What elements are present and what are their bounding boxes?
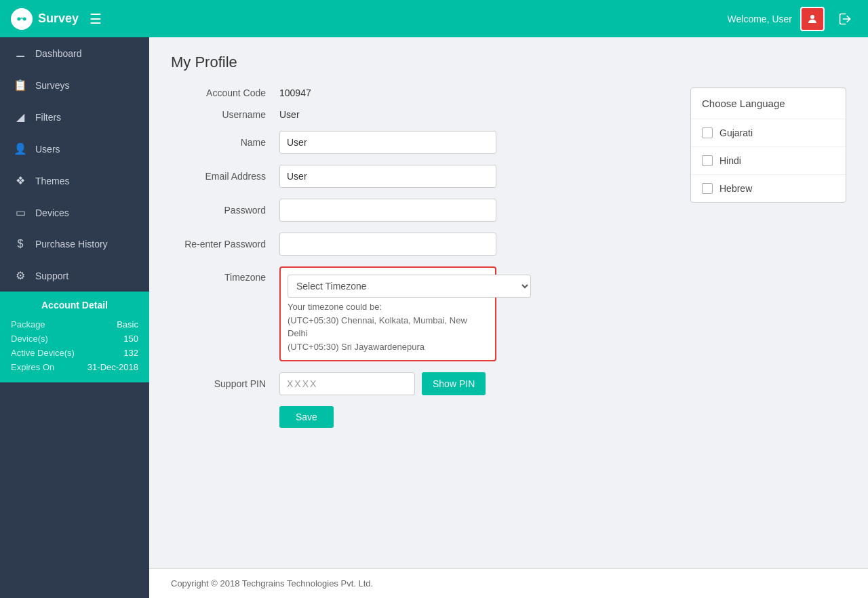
account-detail-row-package: Package Basic (11, 317, 138, 332)
sidebar-item-filters[interactable]: ◢ Filters (0, 101, 149, 133)
hamburger-icon[interactable]: ☰ (90, 11, 102, 27)
language-option-gujarati[interactable]: Gujarati (691, 119, 846, 147)
filters-icon: ◢ (14, 111, 27, 123)
timezone-select[interactable]: Select Timezone (UTC+05:30) Chennai, Kol… (288, 275, 531, 298)
hebrew-label: Hebrew (719, 183, 752, 194)
header-right: Welcome, User (728, 7, 857, 31)
account-code-label: Account Code (171, 87, 279, 98)
account-detail-row-active-devices: Active Device(s) 132 (11, 346, 138, 360)
profile-button[interactable] (800, 7, 825, 31)
email-row: Email Address (171, 165, 674, 188)
save-row: Save (171, 406, 674, 428)
name-row: Name (171, 131, 674, 154)
sidebar-label-filters: Filters (35, 112, 61, 123)
sidebar-label-surveys: Surveys (35, 80, 70, 91)
account-detail-row-devices: Device(s) 150 (11, 332, 138, 346)
account-code-row: Account Code 100947 (171, 87, 674, 98)
content: My Profile Account Code 100947 Username … (149, 37, 868, 598)
hebrew-checkbox[interactable] (702, 183, 713, 194)
sidebar-label-dashboard: Dashboard (35, 48, 82, 59)
timezone-content: Select Timezone (UTC+05:30) Chennai, Kol… (279, 266, 496, 361)
username-row: Username User (171, 109, 674, 120)
hindi-checkbox[interactable] (702, 155, 713, 166)
logout-icon (838, 12, 852, 26)
language-option-hebrew[interactable]: Hebrew (691, 175, 846, 202)
purchase-icon: $ (14, 238, 27, 250)
surveys-icon: 📋 (14, 79, 27, 92)
reenter-password-input[interactable] (279, 233, 496, 256)
active-devices-value: 132 (123, 348, 138, 358)
users-icon: 👤 (14, 142, 27, 155)
themes-icon: ❖ (14, 174, 27, 187)
timezone-hint-line2: (UTC+05:30) Chennai, Kolkata, Mumbai, Ne… (288, 315, 467, 339)
layout: ⚊ Dashboard 📋 Surveys ◢ Filters 👤 Users … (0, 37, 868, 598)
username-value: User (279, 109, 300, 120)
sidebar-label-themes: Themes (35, 176, 70, 186)
welcome-text: Welcome, User (728, 14, 792, 24)
logo-icon (11, 8, 33, 30)
support-pin-row: Support PIN Show PIN (171, 372, 674, 395)
reenter-password-label: Re-enter Password (171, 239, 279, 250)
password-row: Password (171, 199, 674, 222)
active-devices-label: Active Device(s) (11, 348, 75, 358)
timezone-label: Timezone (171, 266, 279, 283)
account-detail-title: Account Detail (11, 300, 138, 311)
name-label: Name (171, 137, 279, 148)
svg-point-1 (23, 17, 26, 20)
logo-svg (15, 12, 28, 26)
account-detail-row-expires: Expires On 31-Dec-2018 (11, 360, 138, 374)
sidebar-item-purchase-history[interactable]: $ Purchase History (0, 228, 149, 260)
account-code-value: 100947 (279, 87, 311, 98)
devices-icon: ▭ (14, 206, 27, 219)
svg-point-0 (17, 17, 20, 20)
app-name: Survey (38, 12, 79, 26)
username-label: Username (171, 109, 279, 120)
timezone-box: Select Timezone (UTC+05:30) Chennai, Kol… (279, 266, 496, 361)
language-panel: Choose Language Gujarati Hindi Hebrew (690, 87, 846, 203)
sidebar-item-themes[interactable]: ❖ Themes (0, 165, 149, 197)
sidebar-item-devices[interactable]: ▭ Devices (0, 197, 149, 228)
sidebar-label-support: Support (35, 271, 68, 281)
language-panel-header: Choose Language (691, 88, 846, 119)
timezone-hint-line1: Your timezone could be: (288, 302, 382, 312)
svg-point-2 (810, 15, 814, 19)
profile-area: Account Code 100947 Username User Name (171, 87, 846, 428)
form-section: Account Code 100947 Username User Name (171, 87, 674, 428)
sidebar-item-users[interactable]: 👤 Users (0, 133, 149, 165)
logo: Survey (11, 8, 79, 30)
reenter-password-row: Re-enter Password (171, 233, 674, 256)
save-button[interactable]: Save (279, 406, 334, 428)
expires-label: Expires On (11, 362, 54, 372)
devices-label: Device(s) (11, 334, 48, 344)
expires-value: 31-Dec-2018 (87, 362, 138, 372)
header-left: Survey ☰ (11, 8, 102, 30)
page-title: My Profile (171, 54, 846, 71)
sidebar-label-devices: Devices (35, 207, 69, 218)
footer: Copyright © 2018 Techgrains Technologies… (149, 568, 868, 598)
show-pin-button[interactable]: Show PIN (422, 372, 486, 395)
sidebar-item-support[interactable]: ⚙ Support (0, 260, 149, 292)
logout-button[interactable] (833, 7, 857, 31)
account-detail-section: Account Detail Package Basic Device(s) 1… (0, 292, 149, 382)
name-input[interactable] (279, 131, 496, 154)
email-label: Email Address (171, 171, 279, 182)
email-input[interactable] (279, 165, 496, 188)
dashboard-icon: ⚊ (14, 47, 27, 60)
sidebar-label-users: Users (35, 144, 60, 155)
header: Survey ☰ Welcome, User (0, 0, 868, 37)
sidebar: ⚊ Dashboard 📋 Surveys ◢ Filters 👤 Users … (0, 37, 149, 598)
password-input[interactable] (279, 199, 496, 222)
gujarati-label: Gujarati (719, 127, 753, 138)
password-label: Password (171, 205, 279, 216)
gujarati-checkbox[interactable] (702, 127, 713, 138)
sidebar-label-purchase: Purchase History (35, 239, 108, 250)
timezone-row: Timezone Select Timezone (UTC+05:30) Che… (171, 266, 674, 361)
support-pin-input[interactable] (279, 372, 415, 395)
timezone-hint: Your timezone could be: (UTC+05:30) Chen… (288, 300, 488, 353)
sidebar-item-dashboard[interactable]: ⚊ Dashboard (0, 37, 149, 69)
sidebar-item-surveys[interactable]: 📋 Surveys (0, 69, 149, 101)
language-option-hindi[interactable]: Hindi (691, 147, 846, 175)
package-value: Basic (117, 319, 138, 330)
timezone-hint-line3: (UTC+05:30) Sri Jayawardenepura (288, 342, 425, 352)
footer-text: Copyright © 2018 Techgrains Technologies… (171, 578, 373, 589)
